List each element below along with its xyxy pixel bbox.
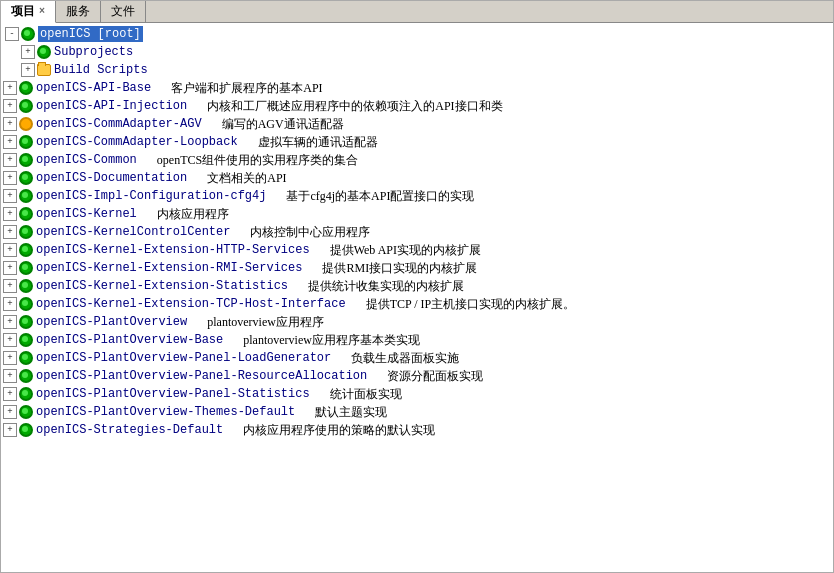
list-item[interactable]: + Subprojects (1, 43, 833, 61)
item-label: openICS-API-Injection (36, 98, 187, 114)
tree-panel[interactable]: - openICS [root] + Subprojects + (1, 23, 833, 572)
list-item[interactable]: + openICS-Kernel-Extension-RMI-Services … (1, 259, 833, 277)
item-label: openICS-Kernel-Extension-RMI-Services (36, 260, 302, 276)
expand-btn[interactable]: + (3, 189, 17, 203)
list-item[interactable]: + Build Scripts (1, 61, 833, 79)
expand-btn[interactable]: + (3, 261, 17, 275)
expand-btn[interactable]: + (21, 45, 35, 59)
item-desc: 虚拟车辆的通讯适配器 (258, 134, 378, 150)
expand-btn[interactable]: + (3, 225, 17, 239)
item-desc: 提供Web API实现的内核扩展 (330, 242, 481, 258)
tree-root-row[interactable]: - openICS [root] (1, 25, 833, 43)
item-label: openICS-PlantOverview-Panel-Statistics (36, 386, 310, 402)
item-label: openICS-Kernel-Extension-TCP-Host-Interf… (36, 296, 346, 312)
tab-project[interactable]: 项目 × (1, 1, 56, 23)
row-content: + openICS-PlantOverview-Panel-ResourceAl… (3, 368, 831, 384)
list-item[interactable]: + openICS-PlantOverview-Base plantovervi… (1, 331, 833, 349)
list-item[interactable]: + openICS-API-Base 客户端和扩展程序的基本API (1, 79, 833, 97)
expand-btn[interactable]: + (3, 153, 17, 167)
item-label: openICS-PlantOverview-Themes-Default (36, 404, 295, 420)
expand-btn[interactable]: + (3, 387, 17, 401)
item-desc: 提供TCP / IP主机接口实现的内核扩展。 (366, 296, 576, 312)
expand-btn[interactable]: + (21, 63, 35, 77)
tab-file-label: 文件 (111, 3, 135, 20)
expand-btn[interactable]: + (3, 171, 17, 185)
item-desc: 客户端和扩展程序的基本API (171, 80, 322, 96)
green-circle-icon (19, 243, 33, 257)
tab-service-label: 服务 (66, 3, 90, 20)
expand-btn[interactable]: + (3, 333, 17, 347)
expand-btn[interactable]: + (3, 81, 17, 95)
green-circle-icon (19, 369, 33, 383)
item-desc: 文档相关的API (207, 170, 286, 186)
row-content: + openICS-Kernel-Extension-HTTP-Services… (3, 242, 831, 258)
row-content: + Subprojects (3, 44, 831, 60)
expand-btn[interactable]: + (3, 243, 17, 257)
row-content: + openICS-KernelControlCenter 内核控制中心应用程序 (3, 224, 831, 240)
list-item[interactable]: + openICS-Common openTCS组件使用的实用程序类的集合 (1, 151, 833, 169)
item-label: openICS-KernelControlCenter (36, 224, 230, 240)
root-label: openICS [root] (38, 26, 143, 42)
close-icon[interactable]: × (39, 6, 45, 17)
list-item[interactable]: + openICS-KernelControlCenter 内核控制中心应用程序 (1, 223, 833, 241)
tab-file[interactable]: 文件 (101, 1, 146, 22)
green-circle-icon (19, 99, 33, 113)
item-label: openICS-PlantOverview (36, 314, 187, 330)
yellow-circle-icon (19, 117, 33, 131)
expand-btn[interactable]: + (3, 405, 17, 419)
list-item[interactable]: + openICS-CommAdapter-AGV 编写的AGV通讯适配器 (1, 115, 833, 133)
expand-btn[interactable]: + (3, 207, 17, 221)
list-item[interactable]: + openICS-Kernel-Extension-HTTP-Services… (1, 241, 833, 259)
expand-btn[interactable]: + (3, 369, 17, 383)
item-desc: plantoverview应用程序 (207, 314, 324, 330)
expand-btn[interactable]: + (3, 351, 17, 365)
item-label: openICS-API-Base (36, 80, 151, 96)
list-item[interactable]: + openICS-Strategies-Default 内核应用程序使用的策略… (1, 421, 833, 439)
list-item[interactable]: + openICS-PlantOverview-Panel-LoadGenera… (1, 349, 833, 367)
expand-btn[interactable]: + (3, 279, 17, 293)
list-item[interactable]: + openICS-API-Injection 内核和工厂概述应用程序中的依赖项… (1, 97, 833, 115)
green-circle-icon (19, 189, 33, 203)
green-circle-icon (19, 333, 33, 347)
green-circle-icon (19, 171, 33, 185)
list-item[interactable]: + openICS-PlantOverview plantoverview应用程… (1, 313, 833, 331)
row-content: + openICS-Kernel 内核应用程序 (3, 206, 831, 222)
item-desc: 内核应用程序 (157, 206, 229, 222)
list-item[interactable]: + openICS-Kernel-Extension-TCP-Host-Inte… (1, 295, 833, 313)
list-item[interactable]: + openICS-Impl-Configuration-cfg4j 基于cfg… (1, 187, 833, 205)
expand-btn[interactable]: + (3, 297, 17, 311)
green-circle-icon (19, 297, 33, 311)
item-label: openICS-Impl-Configuration-cfg4j (36, 188, 266, 204)
expand-btn[interactable]: + (3, 315, 17, 329)
row-content: + openICS-PlantOverview-Panel-Statistics… (3, 386, 831, 402)
folder-icon (37, 64, 51, 76)
list-item[interactable]: + openICS-Kernel 内核应用程序 (1, 205, 833, 223)
list-item[interactable]: + openICS-Documentation 文档相关的API (1, 169, 833, 187)
green-circle-icon (19, 207, 33, 221)
green-circle-icon (19, 225, 33, 239)
expand-btn[interactable]: + (3, 423, 17, 437)
root-expand-btn[interactable]: - (5, 27, 19, 41)
item-desc: 统计面板实现 (330, 386, 402, 402)
list-item[interactable]: + openICS-PlantOverview-Panel-Statistics… (1, 385, 833, 403)
list-item[interactable]: + openICS-PlantOverview-Themes-Default 默… (1, 403, 833, 421)
row-content: + openICS-PlantOverview-Themes-Default 默… (3, 404, 831, 420)
green-circle-icon (37, 45, 51, 59)
green-circle-icon (19, 261, 33, 275)
row-content: + openICS-CommAdapter-AGV 编写的AGV通讯适配器 (3, 116, 831, 132)
expand-btn[interactable]: + (3, 117, 17, 131)
row-content: + openICS-Kernel-Extension-Statistics 提供… (3, 278, 831, 294)
item-label: openICS-PlantOverview-Panel-ResourceAllo… (36, 368, 367, 384)
list-item[interactable]: + openICS-Kernel-Extension-Statistics 提供… (1, 277, 833, 295)
item-desc: 基于cfg4j的基本API配置接口的实现 (286, 188, 474, 204)
item-desc: 编写的AGV通讯适配器 (222, 116, 344, 132)
item-label: Subprojects (54, 44, 133, 60)
list-item[interactable]: + openICS-PlantOverview-Panel-ResourceAl… (1, 367, 833, 385)
list-item[interactable]: + openICS-CommAdapter-Loopback 虚拟车辆的通讯适配… (1, 133, 833, 151)
tab-service[interactable]: 服务 (56, 1, 101, 22)
expand-btn[interactable]: + (3, 99, 17, 113)
green-circle-icon (19, 279, 33, 293)
item-desc: 提供RMI接口实现的内核扩展 (322, 260, 477, 276)
expand-btn[interactable]: + (3, 135, 17, 149)
item-desc: 内核控制中心应用程序 (250, 224, 370, 240)
